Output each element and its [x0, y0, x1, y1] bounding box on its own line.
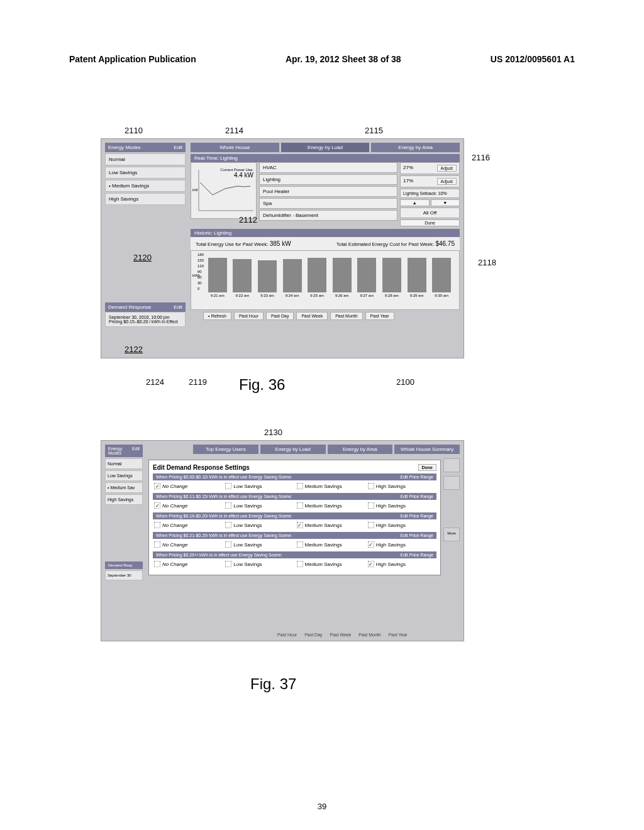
f-day[interactable]: Past Day: [304, 633, 322, 637]
savings-option[interactable]: Low Savings: [225, 522, 292, 528]
lead-2100: 2100: [396, 377, 414, 387]
checkbox-icon[interactable]: [225, 561, 231, 567]
lighting-adjust-button[interactable]: Adjust: [437, 178, 457, 185]
price-rule-header: When Pricing $0.11-$0.15/ kWh is in effe…: [153, 493, 436, 500]
savings-option[interactable]: ✓Medium Savings: [297, 522, 364, 528]
savings-option[interactable]: ✓No Change: [154, 483, 221, 489]
pub-label: Patent Application Publication: [69, 54, 196, 64]
edit-price-range-button[interactable]: Edit Price Range: [400, 475, 433, 479]
tab-by-area[interactable]: Energy by Area: [328, 445, 393, 454]
checkbox-icon[interactable]: [297, 561, 303, 567]
dr-side-hdr: Demand Resp.: [105, 562, 143, 569]
m-med[interactable]: • Medium Sav: [105, 482, 143, 493]
checkbox-icon[interactable]: [297, 502, 303, 509]
more-button[interactable]: More: [443, 528, 460, 541]
checkbox-icon[interactable]: ✓: [154, 502, 160, 509]
mode-high[interactable]: High Savings: [105, 193, 186, 205]
savings-option[interactable]: Medium Savings: [297, 483, 364, 489]
done-button[interactable]: Done: [400, 219, 460, 226]
savings-option[interactable]: No Change: [154, 522, 221, 528]
rule-options: No ChangeLow SavingsMedium Savings✓High …: [153, 558, 436, 570]
down-arrow-icon[interactable]: ▼: [431, 199, 460, 206]
savings-option[interactable]: Low Savings: [225, 541, 292, 548]
past-hour-button[interactable]: Past Hour: [234, 312, 264, 320]
checkbox-icon[interactable]: [225, 483, 231, 489]
edit-price-range-button[interactable]: Edit Price Range: [400, 494, 433, 499]
savings-option[interactable]: Low Savings: [225, 483, 292, 489]
modal-done-button[interactable]: Done: [418, 464, 437, 471]
edit-price-range-button[interactable]: Edit Price Range: [400, 553, 433, 557]
checkbox-icon[interactable]: ✓: [368, 541, 374, 548]
tab-energy-by-load[interactable]: Energy by Load: [281, 143, 370, 152]
bar-yticks: 1801501209060300: [197, 252, 204, 292]
edit-price-range-button[interactable]: Edit Price Range: [400, 533, 433, 538]
checkbox-icon[interactable]: [368, 522, 374, 528]
tab-top-users[interactable]: Top Energy Users: [193, 445, 258, 454]
savings-option[interactable]: ✓High Savings: [368, 541, 435, 548]
savings-option[interactable]: Medium Savings: [297, 541, 364, 548]
refresh-button[interactable]: • Refresh: [203, 312, 231, 320]
checkbox-icon[interactable]: [225, 541, 231, 548]
mode-low[interactable]: Low Savings: [105, 167, 186, 179]
past-day-button[interactable]: Past Day: [266, 312, 294, 320]
savings-option[interactable]: No Change: [154, 541, 221, 548]
past-month-button[interactable]: Past Month: [330, 312, 362, 320]
checkbox-icon[interactable]: [225, 522, 231, 528]
savings-option[interactable]: Medium Savings: [297, 502, 364, 509]
savings-option[interactable]: High Savings: [368, 483, 435, 489]
tab-whole-summary[interactable]: Whole House Summary: [394, 445, 460, 454]
edit-price-range-button[interactable]: Edit Price Range: [400, 514, 433, 518]
savings-option[interactable]: High Savings: [368, 502, 435, 509]
up-arrow-icon[interactable]: ▲: [400, 199, 430, 206]
f-hour[interactable]: Past Hour: [277, 633, 297, 637]
all-off-button[interactable]: All Off: [400, 208, 460, 218]
savings-option[interactable]: High Savings: [368, 522, 435, 528]
savings-option[interactable]: ✓No Change: [154, 502, 221, 509]
checkbox-icon[interactable]: ✓: [154, 483, 160, 489]
savings-option[interactable]: ✓High Savings: [368, 561, 435, 567]
savings-option[interactable]: Medium Savings: [297, 561, 364, 567]
load-dehumidifier[interactable]: Dehumidifier - Basement: [259, 210, 397, 221]
checkbox-icon[interactable]: [225, 502, 231, 509]
f-week[interactable]: Past Week: [330, 633, 352, 637]
dr-settings-modal: Edit Demand Response Settings Done When …: [148, 460, 441, 575]
checkbox-icon[interactable]: [154, 561, 160, 567]
f-month[interactable]: Past Month: [358, 633, 380, 637]
dr-edit-button[interactable]: Edit: [174, 304, 182, 310]
checkbox-icon[interactable]: [368, 483, 374, 489]
mode-normal[interactable]: Normal: [105, 153, 186, 165]
strip-2[interactable]: [443, 476, 460, 490]
m-high[interactable]: High Savings: [105, 494, 143, 505]
bar-4: [283, 259, 302, 292]
tab-whole-house[interactable]: Whole House: [191, 143, 279, 152]
f-year[interactable]: Past Year: [389, 633, 408, 637]
checkbox-icon[interactable]: [154, 522, 160, 528]
tab-by-load[interactable]: Energy by Load: [260, 445, 326, 454]
mode-medium[interactable]: • Medium Savings: [105, 180, 186, 192]
load-spa[interactable]: Spa: [259, 198, 397, 209]
checkbox-icon[interactable]: [297, 483, 303, 489]
savings-option[interactable]: Low Savings: [225, 502, 292, 509]
modes-hdr: Energy ModesEdit: [105, 445, 143, 457]
load-lighting[interactable]: Lighting: [259, 174, 397, 185]
checkbox-icon[interactable]: [368, 502, 374, 509]
dr-header: Demand Response Edit: [105, 302, 186, 312]
m-normal[interactable]: Normal: [105, 458, 143, 469]
savings-option[interactable]: Low Savings: [225, 561, 292, 567]
checkbox-icon[interactable]: [154, 541, 160, 548]
bar-xticks: 9:21 am9:22 am9:23 am9:24 am9:25 am9:26 …: [205, 294, 454, 297]
hvac-adjust-button[interactable]: Adjust: [437, 165, 457, 172]
load-hvac[interactable]: HVAC: [259, 162, 397, 173]
checkbox-icon[interactable]: ✓: [368, 561, 374, 567]
past-year-button[interactable]: Past Year: [365, 312, 394, 320]
energy-modes-edit[interactable]: Edit: [174, 145, 182, 150]
modal-title-row: Edit Demand Response Settings Done: [153, 464, 436, 471]
strip-1[interactable]: [443, 458, 460, 472]
m-low[interactable]: Low Savings: [105, 470, 143, 481]
past-week-button[interactable]: Past Week: [296, 312, 328, 320]
checkbox-icon[interactable]: [297, 541, 303, 548]
load-pool[interactable]: Pool Heater: [259, 186, 397, 197]
checkbox-icon[interactable]: ✓: [297, 522, 303, 528]
savings-option[interactable]: No Change: [154, 561, 221, 567]
tab-energy-by-area[interactable]: Energy by Area: [371, 143, 460, 152]
